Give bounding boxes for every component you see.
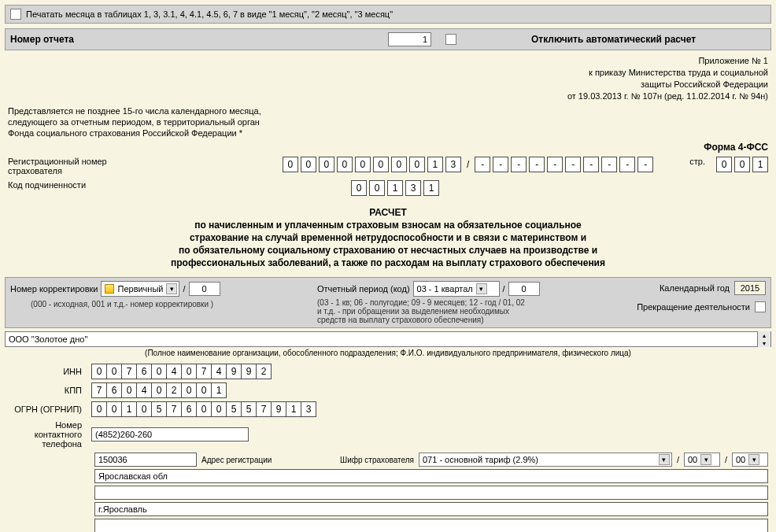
- subord-code-cells[interactable]: 0 0 1 3 1: [351, 180, 439, 196]
- submission-note: Представляется не позднее 15-го числа ка…: [0, 104, 776, 140]
- period-right-value[interactable]: [508, 282, 540, 296]
- subord-code-row: Код подчиненности 0 0 1 3 1: [0, 178, 776, 198]
- report-number-row: Номер отчета Отключить автоматический ра…: [5, 28, 771, 50]
- ogrn-row: ОГРН (ОГРНИП) 001057600557913: [0, 400, 776, 419]
- phone-label: Номер контактного телефона: [8, 420, 87, 449]
- year-input[interactable]: [734, 281, 766, 295]
- period-label: Отчетный период (код): [317, 284, 410, 294]
- org-spinner[interactable]: ▴ ▾: [757, 331, 770, 347]
- print-months-checkbox[interactable]: [10, 9, 21, 20]
- chevron-down-icon: ▾: [476, 283, 487, 294]
- cease-checkbox[interactable]: [755, 301, 766, 312]
- chevron-down-icon: ▾: [748, 454, 759, 465]
- district-input[interactable]: [94, 486, 768, 500]
- correction-value[interactable]: [189, 282, 220, 296]
- city-input[interactable]: [94, 502, 768, 516]
- region-input[interactable]: [94, 469, 768, 483]
- year-label: Календарный год: [660, 283, 730, 293]
- correction-label: Номер корректировки: [10, 284, 98, 294]
- phone-input[interactable]: [91, 427, 249, 441]
- inn-cells[interactable]: 007604074992: [91, 364, 272, 379]
- address-block: Адрес регистрации Шифр страхователя 071 …: [0, 453, 776, 532]
- form-code-label: Форма 4-ФСС: [704, 142, 768, 153]
- correction-note: (000 - исходная, 001 и т.д.- номер корре…: [10, 297, 309, 308]
- postcode-input[interactable]: [94, 453, 197, 467]
- tarif-label: Шифр страхователя: [340, 456, 414, 464]
- appendix-block: Приложение № 1 к приказу Министерства тр…: [0, 50, 776, 104]
- period-combo[interactable]: 03 - 1 квартал ▾: [413, 281, 500, 297]
- locality-input[interactable]: [94, 519, 768, 532]
- tarif3-combo[interactable]: 00 ▾: [732, 453, 768, 467]
- postcode-caption: Адрес регистрации: [201, 456, 335, 464]
- kpp-cells[interactable]: 760402001: [91, 382, 227, 398]
- kpp-row: КПП 760402001: [0, 381, 776, 400]
- reg-number-cells[interactable]: 0 0 0 0 0 0 0 0 1 3 / - - - - - - - - - …: [283, 157, 653, 172]
- ogrn-label: ОГРН (ОГРНИП): [8, 405, 87, 414]
- report-number-label: Номер отчета: [10, 34, 74, 45]
- chevron-up-icon: ▴: [758, 331, 770, 339]
- correction-type-combo[interactable]: Первичный ▾: [101, 281, 179, 297]
- page-cells[interactable]: 0 0 1: [716, 157, 768, 172]
- chevron-down-icon: ▾: [758, 339, 770, 347]
- kpp-label: КПП: [8, 386, 87, 395]
- cease-label: Прекращение деятельности: [637, 302, 750, 312]
- tarif2-combo[interactable]: 00 ▾: [684, 453, 720, 467]
- inn-label: ИНН: [8, 367, 87, 376]
- tarif-combo[interactable]: 071 - основной тариф (2.9%) ▾: [419, 453, 672, 467]
- report-number-input[interactable]: [388, 32, 431, 46]
- form-title: РАСЧЕТ по начисленным и уплаченным страх…: [0, 198, 776, 274]
- org-name-input[interactable]: ООО "Золотое дно" ▴ ▾: [5, 331, 771, 347]
- print-months-row: Печатать месяца в таблицах 1, 3, 3.1, 4,…: [5, 5, 771, 24]
- print-months-label: Печатать месяца в таблицах 1, 3, 3.1, 4,…: [26, 9, 393, 19]
- phone-row: Номер контактного телефона: [0, 419, 776, 450]
- disable-calc-label: Отключить автоматический расчет: [461, 34, 766, 45]
- params-row: Номер корректировки Первичный ▾ / (000 -…: [5, 277, 771, 328]
- chevron-down-icon: ▾: [659, 454, 670, 465]
- chevron-down-icon: ▾: [700, 454, 711, 465]
- inn-row: ИНН 007604074992: [0, 362, 776, 381]
- subord-code-label: Код подчиненности: [8, 180, 134, 190]
- ogrn-cells[interactable]: 001057600557913: [91, 401, 316, 417]
- org-name-caption: (Полное наименование организации, обособ…: [0, 347, 776, 362]
- page-label: стр.: [689, 157, 705, 166]
- reg-number-row: Регистрационный номер страхователя 0 0 0…: [0, 154, 776, 178]
- chevron-down-icon: ▾: [166, 283, 177, 294]
- doc-icon: [105, 284, 114, 294]
- disable-calc-checkbox[interactable]: [445, 34, 456, 45]
- reg-number-label: Регистрационный номер страхователя: [8, 157, 134, 175]
